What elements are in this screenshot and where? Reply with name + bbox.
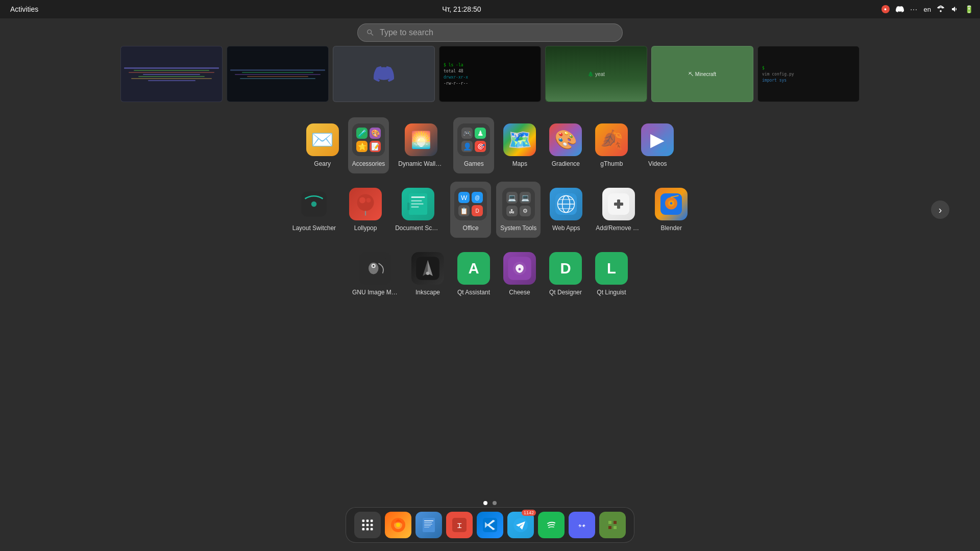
webapps-svg: [554, 192, 578, 216]
app-label-dynwall: Dynamic Wallpa...: [398, 160, 444, 167]
svg-rect-11: [407, 203, 410, 210]
svg-rect-43: [371, 520, 373, 522]
app-icon-gthumb: 🍂: [595, 123, 628, 156]
discord-tray-icon[interactable]: [895, 5, 904, 14]
apps-wrapper: ✉️ Geary 🧪 🎨 ⭐ 📝 Accessories: [71, 117, 909, 302]
svg-rect-56: [424, 524, 432, 524]
search-bar: [357, 23, 623, 42]
search-input[interactable]: [380, 28, 614, 37]
app-label-office: Office: [463, 224, 479, 232]
app-icon-blender: [655, 188, 688, 220]
svg-text:A: A: [468, 260, 479, 277]
activities-button[interactable]: Activities: [6, 3, 42, 15]
page-dot-1[interactable]: [483, 501, 487, 505]
app-item-games[interactable]: 🎮 ♟ 👤 🎯 Games: [453, 117, 494, 173]
dock-item-cursor[interactable]: ⌶: [446, 512, 473, 538]
language-indicator: en: [924, 6, 931, 13]
window-thumbnail-7[interactable]: $ vim config.py import sys: [757, 46, 860, 102]
svg-rect-58: [424, 527, 429, 528]
app-icon-videos: ▶: [641, 123, 674, 156]
gimp-svg: [362, 255, 388, 282]
app-item-addremove[interactable]: Add/Remove So...: [592, 182, 646, 238]
app-item-qtassistant[interactable]: A Qt Assistant: [453, 246, 494, 302]
app-item-cheese[interactable]: Cheese: [499, 246, 540, 302]
app-icon-dynwall: 🌅: [405, 123, 437, 156]
svg-rect-8: [411, 201, 422, 202]
dock-item-telegram[interactable]: 1142: [507, 512, 534, 538]
dock-item-writer[interactable]: [415, 512, 442, 538]
window-thumbnail-3[interactable]: [333, 46, 435, 102]
app-item-layout[interactable]: Layout Switcher: [288, 182, 340, 238]
dock-item-minecraft[interactable]: [599, 512, 626, 538]
svg-rect-45: [366, 524, 369, 527]
qtlinguist-svg: L: [598, 255, 625, 282]
svg-rect-57: [424, 525, 431, 526]
app-icon-systemtools: 💻 💻 🖧 ⚙: [502, 188, 535, 220]
window-thumbnail-2[interactable]: [227, 46, 329, 102]
svg-rect-9: [411, 204, 424, 205]
svg-rect-66: [608, 521, 611, 524]
volume-icon[interactable]: [950, 5, 960, 14]
app-item-blender[interactable]: Blender: [651, 182, 692, 238]
svg-rect-55: [424, 522, 432, 523]
window-thumbnail-6[interactable]: ⛏ Minecraft: [651, 46, 753, 102]
search-container: [357, 23, 623, 42]
app-icon-geary: ✉️: [306, 123, 339, 156]
wifi-icon[interactable]: [936, 5, 945, 14]
app-item-qtlinguist[interactable]: L Qt Linguist: [591, 246, 632, 302]
window-thumbnail-4[interactable]: $ ls -la total 48 drwxr-xr-x -rw-r--r--: [439, 46, 541, 102]
app-item-lollypop[interactable]: Lollypop: [345, 182, 386, 238]
app-item-gradience[interactable]: 🎨 Gradience: [545, 117, 586, 173]
app-item-geary[interactable]: ✉️ Geary: [302, 117, 343, 173]
dock-item-vscode[interactable]: [477, 512, 503, 538]
search-icon: [366, 28, 375, 37]
more-tray-icon[interactable]: ···: [910, 5, 919, 14]
svg-rect-47: [362, 528, 365, 531]
app-item-docscan[interactable]: Document Scan...: [391, 182, 445, 238]
app-item-accessories[interactable]: 🧪 🎨 ⭐ 📝 Accessories: [348, 117, 389, 173]
svg-point-52: [396, 523, 400, 527]
svg-point-2: [357, 194, 374, 211]
app-label-qtlinguist: Qt Linguist: [597, 289, 626, 296]
qtdesigner-svg: D: [552, 255, 579, 282]
apps-section: ✉️ Geary 🧪 🎨 ⭐ 📝 Accessories: [0, 117, 980, 310]
app-item-gthumb[interactable]: 🍂 gThumb: [591, 117, 632, 173]
svg-rect-41: [362, 520, 365, 522]
app-icon-office: W @ 📋 D: [454, 188, 487, 220]
addremove-svg: [606, 192, 631, 216]
dock-item-spotify[interactable]: [538, 512, 565, 538]
svg-rect-10: [411, 207, 419, 208]
app-label-qtdesigner: Qt Designer: [549, 289, 582, 296]
dock-item-firefox[interactable]: [385, 512, 411, 538]
app-item-qtdesigner[interactable]: D Qt Designer: [545, 246, 586, 302]
app-item-dynwall[interactable]: 🌅 Dynamic Wallpa...: [394, 117, 448, 173]
app-icon-inkscape: [411, 252, 444, 285]
app-icon-maps: 🗺️: [503, 123, 536, 156]
notification-badge: ●: [881, 5, 890, 13]
app-label-systemtools: System Tools: [500, 224, 536, 232]
cursor-icon: ⌶: [451, 517, 468, 533]
dock-item-appgrid[interactable]: [354, 512, 381, 538]
app-item-maps[interactable]: 🗺️ Maps: [499, 117, 540, 173]
page-dot-2[interactable]: [493, 501, 497, 505]
app-label-gimp: GNU Image Ma...: [352, 289, 398, 296]
app-item-webapps[interactable]: Web Apps: [546, 182, 586, 238]
app-item-office[interactable]: W @ 📋 D Office: [450, 182, 491, 238]
qtassistant-svg: A: [460, 255, 487, 282]
next-page-button[interactable]: ›: [931, 201, 949, 219]
app-label-cheese: Cheese: [509, 289, 530, 296]
app-icon-docscan: [402, 188, 434, 220]
window-thumbnail-1[interactable]: [120, 46, 223, 102]
window-thumbnail-5[interactable]: 🌲 yeat: [545, 46, 647, 102]
app-item-gimp[interactable]: GNU Image Ma...: [348, 246, 402, 302]
blender-svg: [659, 192, 683, 216]
app-icon-qtdesigner: D: [549, 252, 582, 285]
dock-item-discord[interactable]: [569, 512, 595, 538]
notification-icon[interactable]: ●: [881, 5, 890, 14]
app-label-layout: Layout Switcher: [292, 224, 336, 232]
app-label-geary: Geary: [314, 160, 331, 167]
app-item-systemtools[interactable]: 💻 💻 🖧 ⚙ System Tools: [496, 182, 541, 238]
app-item-videos[interactable]: ▶ Videos: [637, 117, 678, 173]
app-item-inkscape[interactable]: Inkscape: [407, 246, 448, 302]
thumbnails-row: $ ls -la total 48 drwxr-xr-x -rw-r--r-- …: [0, 46, 980, 102]
